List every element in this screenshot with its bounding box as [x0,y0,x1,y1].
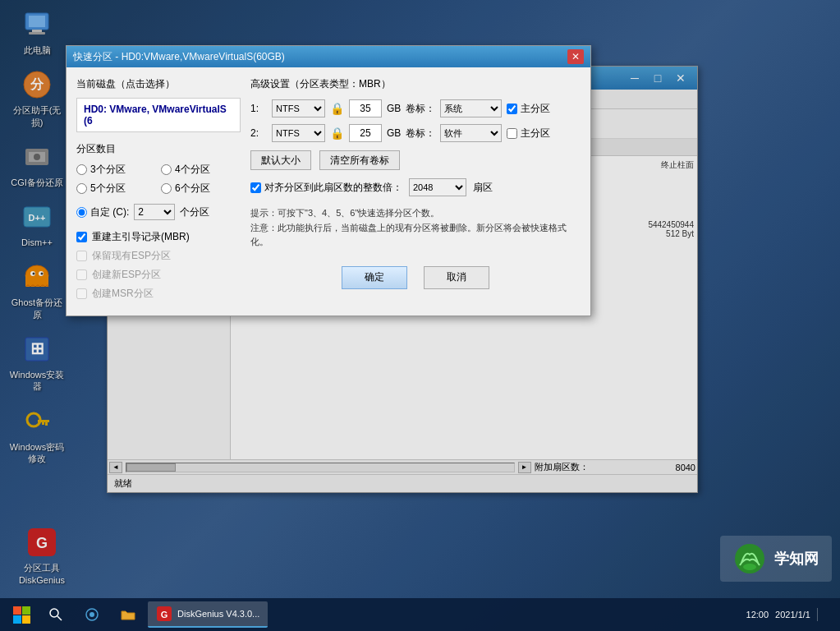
current-disk-title: 当前磁盘（点击选择） [76,77,241,91]
taskbar-diskgenius-label: DiskGenius V4.3.0... [177,609,259,619]
create-msr-checkbox [76,288,87,299]
svg-rect-33 [22,615,30,624]
taskbar-right: 12:00 2021/1/1 [746,608,833,621]
svg-line-35 [57,616,62,620]
radio-4-input[interactable] [161,164,172,175]
align-checkbox[interactable] [250,182,261,193]
taskbar-cortana[interactable] [76,601,108,628]
checkbox-section: 重建主引导记录(MBR) 保留现有ESP分区 创建新ESP分区 创建M [76,230,241,301]
keep-esp-label: 保留现有ESP分区 [92,249,171,263]
primary-checkbox-2[interactable] [507,128,517,139]
fs-select-1[interactable]: NTFS FAT32 [272,99,325,117]
radio-custom[interactable]: 自定 (C): [76,205,129,219]
label-prefix-1: 卷标： [406,102,435,116]
align-select[interactable]: 2048 4096 [409,178,466,196]
primary-check-2[interactable]: 主分区 [507,127,550,140]
dialog-titlebar: 快速分区 - HD0:VMware,VMwareVirtualS(60GB) ✕ [67,46,590,67]
radio-3-partitions[interactable]: 3个分区 [76,163,156,177]
radio-5-input[interactable] [76,183,87,194]
windows-logo-icon [11,605,31,624]
clear-labels-button[interactable]: 清空所有卷标 [319,150,400,170]
create-msr-label: 创建MSR分区 [92,287,154,301]
radio-6-label: 6个分区 [175,182,210,196]
taskbar-date: 2021/1/1 [775,610,810,619]
primary-label-2: 主分区 [521,127,550,140]
fs-select-2[interactable]: NTFS FAT32 [272,124,325,142]
radio-5-label: 5个分区 [90,182,126,196]
primary-checkbox-1[interactable] [507,104,517,114]
primary-check-1[interactable]: 主分区 [507,102,550,116]
cortana-icon [84,606,100,623]
size-input-2[interactable] [349,124,382,142]
partition-count-label: 分区数目 [76,142,241,156]
taskbar-diskgenius[interactable]: G DiskGenius V4.3.0... [148,601,268,628]
taskbar-time: 12:00 [746,610,769,619]
svg-point-34 [50,609,58,617]
start-button[interactable] [7,601,36,628]
gb-label-2: GB [387,127,401,139]
notice-line1: 提示：可按下"3、4、5、6"快速选择分区个数。 [250,206,581,221]
custom-count-select[interactable]: 2 3 4 [134,204,175,220]
svg-rect-30 [13,606,21,615]
lock-icon-1: 🔒 [330,102,344,115]
label-select-1[interactable]: 系统 软件 数据 [440,99,502,117]
search-icon [48,606,64,623]
dialog-overlay: 快速分区 - HD0:VMware,VMwareVirtualS(60GB) ✕… [0,0,840,631]
mbr-label: 重建主引导记录(MBR) [92,230,190,244]
notice-line2: 注意：此功能执行后，当前磁盘上的现有分区将被删除。新分区将会被快速格式化。 [250,221,581,250]
custom-label: 自定 (C): [90,205,129,219]
radio-6-input[interactable] [161,183,172,194]
watermark-logo-icon [733,542,766,575]
cancel-button[interactable]: 取消 [424,266,489,289]
default-size-button[interactable]: 默认大小 [250,150,311,170]
create-msr-checkbox-label[interactable]: 创建MSR分区 [76,287,241,301]
label-select-2[interactable]: 软件 系统 数据 [440,124,502,142]
dialog-right-section: 高级设置（分区表类型：MBR） 1: NTFS FAT32 🔒 GB [250,77,581,306]
notice-text: 提示：可按下"3、4、5、6"快速选择分区个数。 注意：此功能执行后，当前磁盘上… [250,206,581,250]
svg-point-37 [90,612,94,617]
watermark: 学知网 [720,536,832,582]
create-esp-checkbox-label[interactable]: 创建新ESP分区 [76,268,241,282]
radio-5-partitions[interactable]: 5个分区 [76,182,156,196]
mbr-checkbox-label[interactable]: 重建主引导记录(MBR) [76,230,241,244]
size-input-1[interactable] [349,99,382,117]
ok-button[interactable]: 确定 [342,266,407,289]
primary-label-1: 主分区 [521,102,550,116]
custom-suffix: 个分区 [180,205,209,219]
watermark-text: 学知网 [774,549,819,569]
mbr-checkbox[interactable] [76,232,87,242]
partition-num-2: 2: [250,127,267,139]
align-section: 对齐分区到此扇区数的整数倍： 2048 4096 扇区 [250,178,581,196]
label-prefix-2: 卷标： [406,127,435,140]
folder-icon [120,606,136,623]
custom-partition-row: 自定 (C): 2 3 4 个分区 [76,204,241,220]
radio-custom-input[interactable] [76,207,87,218]
radio-4-partitions[interactable]: 4个分区 [161,163,241,177]
taskbar-file-explorer[interactable] [112,601,145,628]
radio-6-partitions[interactable]: 6个分区 [161,182,241,196]
advanced-header: 高级设置（分区表类型：MBR） [250,77,581,91]
desktop: 此电脑 分 分区助手(无损) CGI备份还原 [0,0,840,631]
keep-esp-checkbox-label[interactable]: 保留现有ESP分区 [76,249,241,263]
create-esp-label: 创建新ESP分区 [92,268,161,282]
svg-point-29 [743,564,756,570]
dialog-left-section: 当前磁盘（点击选择） HD0: VMware, VMwareVirtualS (… [76,77,241,306]
dialog-content: 当前磁盘（点击选择） HD0: VMware, VMwareVirtualS (… [67,67,590,316]
gb-label-1: GB [387,103,401,114]
taskbar-search[interactable] [39,601,72,628]
partition-row-1: 1: NTFS FAT32 🔒 GB 卷标： 系统 软件 [250,99,581,117]
show-desktop-button[interactable] [817,608,827,621]
partition-row-2: 2: NTFS FAT32 🔒 GB 卷标： 软件 系统 [250,124,581,142]
dialog-close-button[interactable]: ✕ [567,49,584,64]
dialog-title: 快速分区 - HD0:VMware,VMwareVirtualS(60GB) [73,50,567,64]
align-label: 对齐分区到此扇区数的整数倍： [264,181,402,195]
align-checkbox-label[interactable]: 对齐分区到此扇区数的整数倍： [250,181,402,195]
create-esp-checkbox [76,269,87,280]
radio-grid: 3个分区 4个分区 5个分区 6个分区 [76,163,241,196]
disk-display[interactable]: HD0: VMware, VMwareVirtualS (6 [76,98,241,132]
taskbar-diskgenius-icon: G [156,606,172,622]
radio-3-input[interactable] [76,164,87,175]
quick-partition-dialog: 快速分区 - HD0:VMware,VMwareVirtualS(60GB) ✕… [66,45,591,316]
partition-table: 1: NTFS FAT32 🔒 GB 卷标： 系统 软件 [250,99,581,142]
dialog-buttons: 确定 取消 [250,260,581,296]
